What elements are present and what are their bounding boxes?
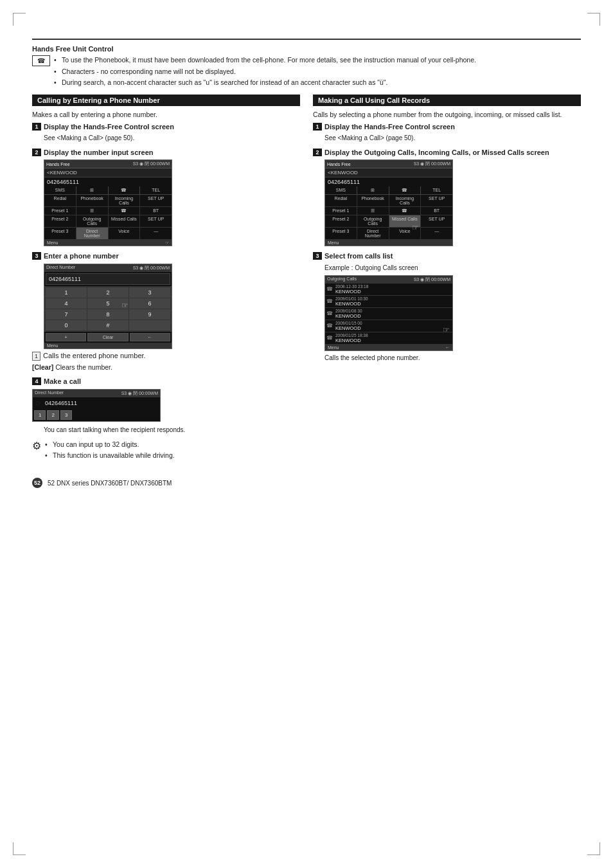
numpad-header: Direct Number S3 ◉ 閉 00:00WM [44, 264, 172, 272]
screen-kenwood-2: <KENWOOD [328, 170, 358, 176]
screen-phone-2: 0426465111 [325, 177, 452, 186]
cell-directnum: Direct Number [76, 228, 109, 239]
cell-preset1: Preset 1 [44, 207, 76, 215]
call-name-1: KENWOOD [335, 289, 451, 294]
key-0[interactable]: 0 [46, 320, 87, 330]
cell-r-preset1: Preset 1 [325, 207, 357, 215]
cell-dash: — [140, 228, 172, 239]
numpad-bottom: + Clear ← [44, 332, 172, 343]
call-info-4: 2009/01/15 00 KENWOOD [335, 321, 451, 331]
bullet-3: During search, a non-accent character su… [54, 78, 476, 87]
cell-r-incoming: Incoming Calls [389, 195, 422, 206]
direct-status: S3 ◉ 閉 00:00WM [121, 390, 158, 397]
cell-tel-icon: ☎ [109, 186, 141, 194]
key-2[interactable]: 2 [87, 287, 129, 298]
key-3[interactable]: 3 [129, 287, 170, 298]
call-entry-5: ☎ 2009/01/25 18:38 KENWOOD [325, 332, 452, 345]
cell-incoming: Incoming Calls [109, 195, 141, 206]
top-bullet-list: To use the Phonebook, it must have been … [54, 55, 476, 89]
cell-r-e1: ☰ [357, 207, 389, 215]
cell-voice: Voice [109, 228, 141, 239]
cell-empty1: ☰ [76, 207, 109, 215]
records-subtitle: Calls by selecting a phone number from t… [313, 110, 581, 120]
direct-key-2[interactable]: 2 [47, 410, 58, 420]
records-step-3-title: Select from calls list [324, 251, 393, 260]
step-4-container: 4 Make a call Direct Number S3 ◉ 閉 00:00… [32, 377, 300, 434]
screen-row-2: Preset 1 ☰ ☎ BT [44, 207, 172, 215]
step-4-num: 4 [32, 377, 41, 385]
call-time-1: 2008-12-30 23:18 [335, 284, 451, 289]
numpad-screen: Direct Number S3 ◉ 閉 00:00WM 0426465111 … [44, 264, 172, 349]
call-name-3: KENWOOD [335, 313, 451, 319]
numpad-display: 0426465111 [46, 273, 170, 285]
direct-finger: ☞ [35, 399, 42, 408]
calls-menu-label: Menu [328, 345, 339, 350]
right-column: Making a Call Using Call Records Calls b… [313, 95, 581, 465]
direct-key-1[interactable]: 1 [34, 410, 46, 420]
cell-tel-label: TEL [140, 186, 172, 194]
key-5[interactable]: 5☞ [87, 298, 129, 309]
screen-row-labels-1: Redial Phonebook Incoming Calls SET UP [44, 195, 172, 207]
key-empty [129, 320, 170, 330]
numpad-back-btn[interactable]: ← [130, 333, 170, 341]
direct-number-screen: Direct Number S3 ◉ 閉 00:00WM ☞ 042646511… [32, 389, 161, 422]
records-step-3: 3 Select from calls list Example : Outgo… [313, 251, 581, 362]
numpad-clear-btn[interactable]: Clear [87, 333, 128, 341]
outgoing-calls-screen: Outgoing Calls S3 ◉ 閉 00:00WM ☎ 2008-12-… [324, 275, 453, 351]
call-entry-1: ☎ 2008-12-30 23:18 KENWOOD [325, 284, 452, 296]
cell-empty2: ☎ [109, 207, 141, 215]
step-3-title: Enter a phone number [44, 251, 119, 260]
call-name-4: KENWOOD [335, 325, 451, 331]
cell-sms: SMS [44, 186, 76, 194]
step-3-num: 3 [32, 252, 41, 260]
direct-key-3[interactable]: 3 [60, 410, 72, 420]
calling-title: Calling by Entering a Phone Number [37, 96, 160, 104]
cell-r-setup2: SET UP [421, 215, 452, 227]
call-icon-4: ☎ [326, 323, 335, 329]
numpad-plus-btn[interactable]: + [46, 333, 86, 341]
records-step-1-title: Display the Hands-Free Control screen [324, 122, 455, 131]
status-icons-2: S3 ◉ 閉 00:00WM [414, 161, 450, 167]
calls-status: S3 ◉ 閉 00:00WM [414, 276, 450, 283]
step3-note1-text: Calls the entered phone number. [43, 352, 146, 359]
numpad-menu: Menu [44, 343, 172, 348]
records-title: Making a Call Using Call Records [318, 96, 430, 104]
page-footer: 52 52 DNX series DNX7360BT/ DNX7360BTM [32, 478, 581, 488]
status-icons-1: S3 ◉ 閉 00:00WM [133, 161, 170, 167]
key-hash[interactable]: # [87, 320, 129, 330]
records-step-1-sub: See <Making a Call> (page 50). [324, 134, 581, 143]
screen-kenwood: <KENWOOD [47, 170, 77, 176]
cell-r-bt: BT [421, 207, 452, 215]
call-info-5: 2009/01/25 18:38 KENWOOD [335, 333, 451, 343]
step-1-sub: See <Making a Call> (page 50). [44, 134, 300, 143]
calls-title: Outgoing Calls [327, 276, 357, 283]
call-name-2: KENWOOD [335, 301, 451, 307]
records-step-2-num: 2 [313, 149, 322, 156]
calling-subtitle: Makes a call by entering a phone number. [32, 110, 300, 120]
call-name-5: KENWOOD [335, 338, 451, 343]
gear-bullet-list: You can input up to 32 digits. This func… [45, 440, 175, 462]
cell-r-directnum: Direct Number [357, 228, 389, 239]
call-time-2: 2009/01/01 10:30 [335, 296, 451, 301]
key-1[interactable]: 1 [46, 287, 87, 298]
call-icon-5: ☎ [326, 335, 335, 341]
screen-name-2: Hands Free [327, 162, 351, 167]
cell-pb-icon: ⊞ [76, 186, 109, 194]
key-4[interactable]: 4 [46, 298, 87, 309]
key-6[interactable]: 6 [129, 298, 170, 309]
records-section-header: Making a Call Using Call Records [313, 95, 581, 106]
call-time-4: 2009/01/15 00 [335, 321, 451, 325]
step-2-title: Display the number input screen [44, 148, 154, 157]
direct-keys-row: 1 2 3 [33, 409, 160, 421]
step-3-container: 3 Enter a phone number Direct Number S3 … [32, 251, 300, 372]
top-rule [32, 39, 581, 40]
cell-pb-2: ⊞ [357, 186, 389, 194]
key-8[interactable]: 8 [87, 309, 129, 320]
screen-row-3: Preset 2 Outgoing Calls Missed Calls SET… [44, 215, 172, 228]
characters-label: Characters - [62, 68, 99, 75]
key-7[interactable]: 7 [46, 309, 87, 320]
cell-preset3: Preset 3 [44, 228, 76, 239]
records-example-label: Example : Outgoing Calls screen [324, 264, 581, 273]
key-9[interactable]: 9 [129, 309, 170, 320]
phone-note-area: ☎ To use the Phonebook, it must have bee… [32, 55, 581, 89]
